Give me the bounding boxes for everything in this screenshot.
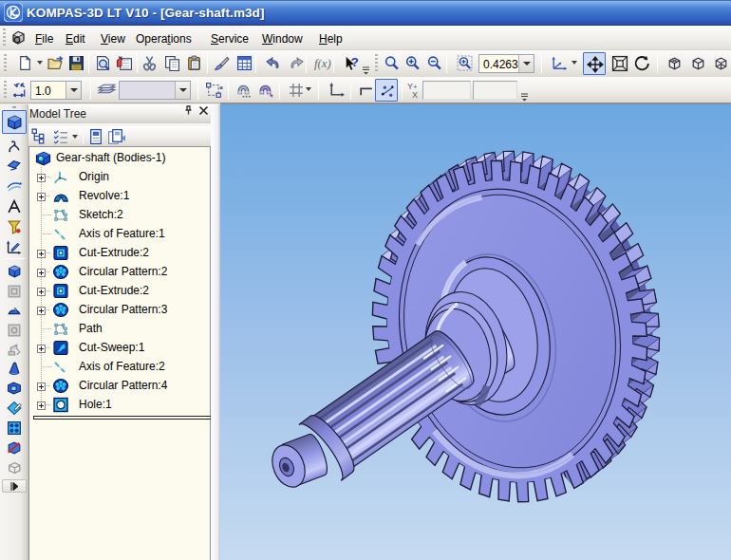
svg-text:?: ?: [351, 55, 359, 69]
svg-text:f(x): f(x): [314, 57, 331, 70]
